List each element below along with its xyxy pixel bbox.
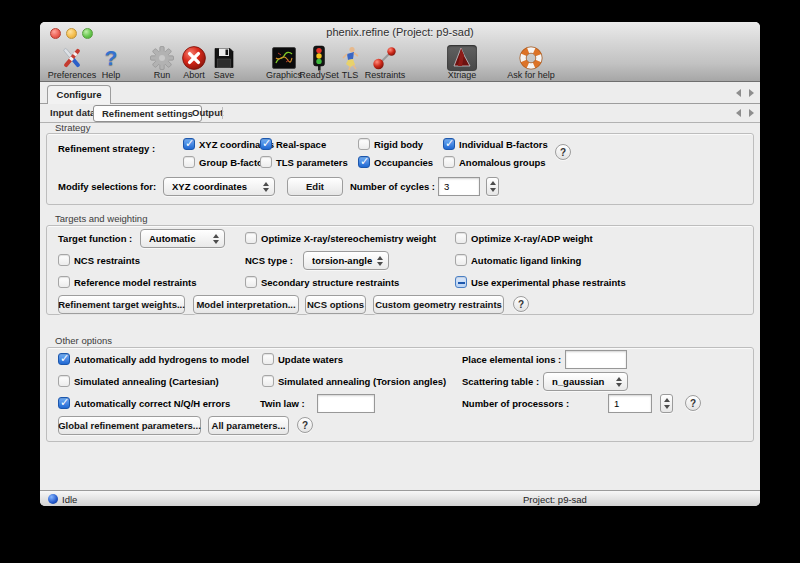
toolbar-button-xtriage[interactable]: Xtriage xyxy=(427,45,497,81)
tab-input-data[interactable]: Input data xyxy=(50,107,95,118)
window-title: phenix.refine (Project: p9-sad) xyxy=(40,26,760,38)
checkbox-reference-model-restraints[interactable]: Reference model restraints xyxy=(58,275,197,289)
number-of-processors-stepper[interactable] xyxy=(660,394,673,413)
checkbox-real-space[interactable]: Real-space xyxy=(260,137,326,151)
model-interpretation-button[interactable]: Model interpretation... xyxy=(193,295,299,314)
checkbox-simulated-annealing-cartesian[interactable]: Simulated annealing (Cartesian) xyxy=(58,374,219,388)
ncs-type-label: NCS type : xyxy=(245,255,293,266)
life-ring-icon xyxy=(518,45,544,71)
number-of-cycles-input[interactable]: 3 xyxy=(438,177,480,196)
checkbox-secondary-structure-restraints[interactable]: Secondary structure restraints xyxy=(245,275,399,289)
edit-button[interactable]: Edit xyxy=(287,177,343,196)
checkbox-use-experimental-phase-restraints[interactable]: Use experimental phase restraints xyxy=(455,275,626,289)
checkbox-occupancies[interactable]: Occupancies xyxy=(358,155,433,169)
subtab-scroll-left-icon[interactable] xyxy=(736,109,741,117)
status-project: Project: p9-sad xyxy=(523,494,587,505)
strategy-help-button[interactable]: ? xyxy=(555,144,571,160)
tab-refinement-settings[interactable]: Refinement settings xyxy=(93,105,202,122)
checkbox-box xyxy=(443,138,455,150)
ncs-options-button[interactable]: NCS options xyxy=(305,295,366,314)
toolbar-button-restraints[interactable]: Restraints xyxy=(350,45,420,81)
checkbox-ncs-restraints[interactable]: NCS restraints xyxy=(58,253,140,267)
checkbox-individual-b-factors[interactable]: Individual B-factors xyxy=(443,137,548,151)
custom-geometry-restraints-button[interactable]: Custom geometry restraints xyxy=(373,295,504,314)
number-of-cycles-stepper[interactable] xyxy=(486,177,499,196)
checkbox-box xyxy=(260,156,272,168)
checkbox-box xyxy=(58,276,70,288)
titlebar[interactable]: phenix.refine (Project: p9-sad) xyxy=(40,22,760,44)
dropdown-arrows-icon xyxy=(613,377,627,387)
checkbox-box xyxy=(358,156,370,168)
checkbox-update-waters[interactable]: Update waters xyxy=(262,352,343,366)
tab-output[interactable]: Output xyxy=(192,107,223,118)
processors-help-button[interactable]: ? xyxy=(685,395,701,411)
place-elemental-ions-label: Place elemental ions : xyxy=(462,354,561,365)
tab-divider-line xyxy=(40,103,760,104)
subtab-scroll-right-icon[interactable] xyxy=(749,109,754,117)
twin-law-label: Twin law : xyxy=(260,398,305,409)
checkbox-box xyxy=(455,232,467,244)
toolbar-button-ask-for-help[interactable]: Ask for help xyxy=(496,45,566,81)
modify-selections-label: Modify selections for: xyxy=(58,181,156,192)
dropdown-arrows-icon xyxy=(260,182,274,192)
tab-scroll-left-icon[interactable] xyxy=(736,89,741,97)
checkbox-rigid-body[interactable]: Rigid body xyxy=(358,137,423,151)
dropdown-arrows-icon xyxy=(210,234,224,244)
checkbox-box xyxy=(58,397,70,409)
target-function-dropdown[interactable]: Automatic xyxy=(140,229,225,248)
checkbox-optimize-xray-adp-weight[interactable]: Optimize X-ray/ADP weight xyxy=(455,231,593,245)
checkbox-anomalous-groups[interactable]: Anomalous groups xyxy=(443,155,546,169)
checkbox-box xyxy=(358,138,370,150)
global-refinement-parameters-button[interactable]: Global refinement parameters... xyxy=(58,416,201,435)
status-text: Idle xyxy=(62,494,77,505)
checkbox-box xyxy=(58,375,70,387)
checkbox-box xyxy=(455,276,467,288)
targets-group-label: Targets and weighting xyxy=(55,213,147,224)
subtab-divider-line xyxy=(40,122,760,123)
scattering-table-dropdown[interactable]: n_gaussian xyxy=(543,372,628,391)
checkbox-simulated-annealing-torsion[interactable]: Simulated annealing (Torsion angles) xyxy=(262,374,446,388)
ncs-type-dropdown[interactable]: torsion-angle xyxy=(303,251,389,270)
subtab-divider xyxy=(222,107,223,119)
checkbox-group-b-factors[interactable]: Group B-factors xyxy=(183,155,272,169)
refinement-strategy-label: Refinement strategy : xyxy=(58,143,155,154)
xtriage-icon xyxy=(447,45,477,71)
save-floppy-icon xyxy=(211,45,237,71)
help-icon: ? xyxy=(98,45,124,71)
checkbox-box xyxy=(183,156,195,168)
number-of-processors-input[interactable]: 1 xyxy=(608,394,652,413)
refinement-target-weights-button[interactable]: Refinement target weights... xyxy=(58,295,185,314)
target-function-label: Target function : xyxy=(58,233,132,244)
checkbox-box xyxy=(245,232,257,244)
scattering-table-label: Scattering table : xyxy=(462,376,539,387)
targets-help-button[interactable]: ? xyxy=(513,296,529,312)
checkbox-box xyxy=(58,254,70,266)
all-parameters-button[interactable]: All parameters... xyxy=(208,416,289,435)
number-of-processors-label: Number of processors : xyxy=(462,398,569,409)
window-chrome: phenix.refine (Project: p9-sad) Preferen… xyxy=(40,22,760,82)
restraints-molecule-icon xyxy=(372,45,398,71)
checkbox-optimize-xray-stereochemistry-weight[interactable]: Optimize X-ray/stereochemistry weight xyxy=(245,231,436,245)
checkbox-automatically-add-hydrogens[interactable]: Automatically add hydrogens to model xyxy=(58,352,249,366)
tab-configure[interactable]: Configure xyxy=(47,85,111,104)
strategy-group-label: Strategy xyxy=(55,122,90,133)
checkbox-box xyxy=(262,375,274,387)
status-bar: Idle Project: p9-sad xyxy=(40,490,760,506)
checkbox-box xyxy=(183,138,195,150)
other-options-help-button[interactable]: ? xyxy=(297,417,313,433)
tab-scroll-right-icon[interactable] xyxy=(749,89,754,97)
checkbox-box xyxy=(443,156,455,168)
other-options-group-label: Other options xyxy=(55,335,112,346)
twin-law-input[interactable] xyxy=(317,394,375,413)
checkbox-box xyxy=(260,138,272,150)
place-elemental-ions-input[interactable] xyxy=(565,350,627,369)
checkbox-box xyxy=(262,353,274,365)
status-indicator-icon xyxy=(48,494,58,504)
modify-selections-dropdown[interactable]: XYZ coordinates xyxy=(163,177,275,196)
checkbox-box xyxy=(455,254,467,266)
checkbox-automatically-correct-nqh-errors[interactable]: Automatically correct N/Q/H errors xyxy=(58,396,230,410)
checkbox-automatic-ligand-linking[interactable]: Automatic ligand linking xyxy=(455,253,581,267)
checkbox-tls-parameters[interactable]: TLS parameters xyxy=(260,155,348,169)
number-of-cycles-label: Number of cycles : xyxy=(350,181,435,192)
checkbox-box xyxy=(245,276,257,288)
